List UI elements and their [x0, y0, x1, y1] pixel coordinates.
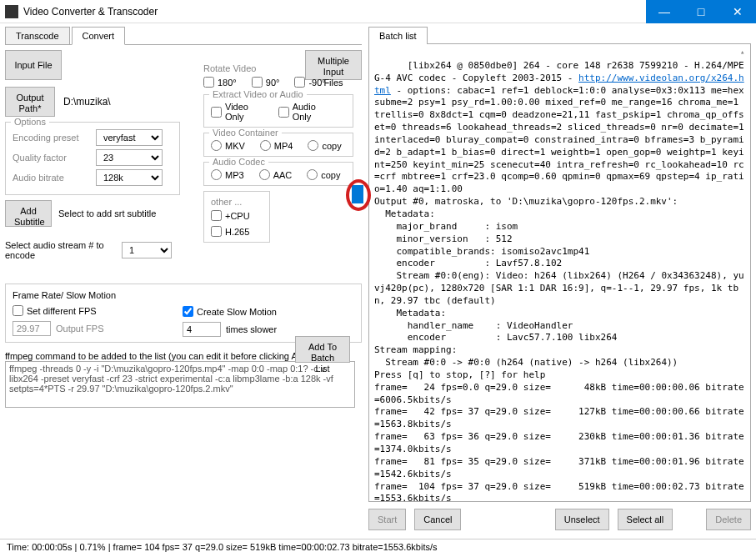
scroll-up-icon[interactable] [740, 46, 748, 54]
mp3-radio[interactable]: MP3 [211, 169, 244, 180]
aac-radio[interactable]: AAC [259, 169, 293, 180]
vc-copy-radio[interactable]: copy [308, 140, 341, 151]
rotate-90-checkbox[interactable]: 90° [252, 77, 280, 88]
times-slower-label: times slower [226, 324, 277, 334]
fps-legend: Frame Rate/ Slow Motion [13, 290, 171, 300]
output-fps-label: Output FPS [56, 324, 103, 334]
audio-bitrate-select[interactable]: 128k [96, 169, 163, 186]
ac-copy-radio[interactable]: copy [307, 169, 340, 180]
cpu-checkbox[interactable]: +CPU [211, 210, 248, 221]
audio-bitrate-label: Audio bitrate [13, 173, 96, 183]
batch-log: [libx264 @ 0850dbe0] 264 - core 148 r263… [368, 43, 751, 502]
input-file-button[interactable]: Input File [5, 50, 62, 80]
slow-value-input[interactable] [183, 322, 221, 337]
select-all-button[interactable]: Select all [618, 509, 673, 530]
audio-codec-label: Audio Codec [209, 157, 268, 167]
video-only-checkbox[interactable]: Video Only [211, 102, 263, 122]
mp4-radio[interactable]: MP4 [260, 140, 293, 151]
audio-stream-label: Select audio stream # to encode [5, 240, 122, 260]
tab-convert[interactable]: Convert [72, 27, 126, 45]
main-tabs: Transcode Convert [5, 27, 362, 45]
titlebar: Video Converter & Transcoder — □ ✕ [0, 0, 756, 23]
close-button[interactable]: ✕ [719, 0, 756, 23]
audio-only-checkbox[interactable]: Audio Only [278, 102, 331, 122]
set-different-fps-checkbox[interactable]: Set different FPS [13, 305, 156, 316]
other-label: other ... [211, 197, 263, 207]
ffmpeg-command-textarea[interactable]: ffmpeg -threads 0 -y -i "D:\muzika\gopro… [5, 361, 355, 408]
output-path-button[interactable]: Output Path* [5, 87, 55, 117]
quality-factor-label: Quality factor [13, 153, 96, 163]
extract-label: Extract Video or Audio [209, 89, 307, 99]
delete-button[interactable]: Delete [706, 509, 751, 530]
options-legend: Options [11, 117, 49, 127]
video-container-label: Video Container [209, 128, 282, 138]
rotate-label: Rotate Video [203, 63, 353, 73]
app-icon [5, 5, 18, 18]
mkv-radio[interactable]: MKV [211, 140, 245, 151]
quality-factor-select[interactable]: 23 [96, 149, 163, 166]
h265-checkbox[interactable]: H.265 [211, 226, 248, 237]
unselect-button[interactable]: Unselect [555, 509, 609, 530]
rotate-180-checkbox[interactable]: 180° [203, 77, 237, 88]
tab-transcode[interactable]: Transcode [5, 27, 70, 44]
highlight-circle [346, 179, 371, 211]
window-title: Video Converter & Transcoder [23, 6, 646, 18]
start-button[interactable]: Start [368, 509, 406, 530]
status-bar: Time: 00:00:05s | 0.71% | frame= 104 fps… [0, 539, 756, 557]
add-subtitle-button[interactable]: Add Subtitle [5, 200, 52, 227]
maximize-button[interactable]: □ [683, 0, 719, 23]
encoding-preset-select[interactable]: veryfast [96, 129, 163, 146]
slow-motion-checkbox[interactable]: Create Slow Motion [183, 306, 277, 317]
add-subtitle-hint: Select to add srt subtitle [58, 208, 156, 218]
add-to-batch-button[interactable]: Add To Batch List [295, 336, 350, 363]
minimize-button[interactable]: — [646, 0, 683, 23]
rotate-n90-checkbox[interactable]: -90° [294, 77, 325, 88]
cancel-button[interactable]: Cancel [414, 509, 461, 530]
batch-list-tab[interactable]: Batch list [368, 27, 428, 44]
fps-value-input[interactable] [13, 321, 51, 336]
output-path-value: D:\muzika\ [63, 96, 111, 108]
encoding-preset-label: Encoding preset [13, 133, 96, 143]
audio-stream-select[interactable]: 1 [122, 242, 172, 258]
